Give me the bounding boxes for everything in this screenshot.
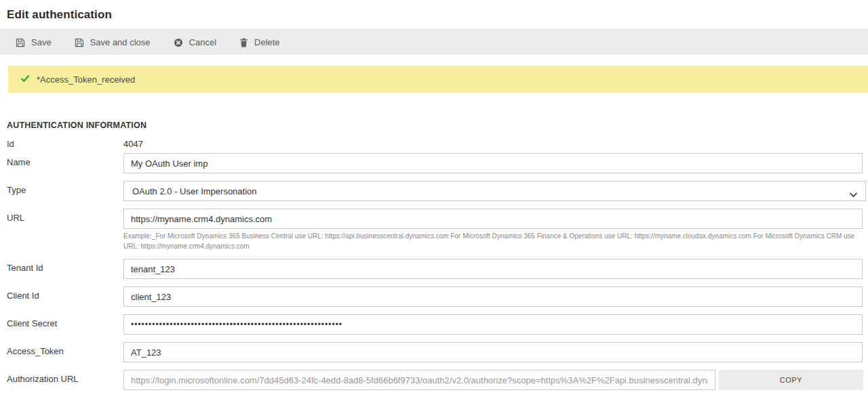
delete-icon	[239, 38, 248, 47]
save-and-close-button[interactable]: Save and close	[63, 30, 162, 55]
cancel-button[interactable]: Cancel	[162, 30, 228, 55]
delete-button-label: Delete	[254, 37, 280, 47]
type-select[interactable]: OAuth 2.0 - User Impersonation	[123, 181, 866, 201]
cancel-icon	[174, 38, 183, 47]
save-icon	[16, 38, 25, 47]
access-token-label: Access_Token	[7, 342, 123, 362]
name-row: Name	[7, 153, 868, 173]
url-help-text: Example:_For Microsoft Dynamics 365 Busi…	[123, 232, 861, 251]
checkmark-icon	[20, 74, 30, 85]
url-row: URL Example:_For Microsoft Dynamics 365 …	[7, 209, 868, 251]
type-label: Type	[7, 181, 123, 201]
tenant-id-label: Tenant Id	[7, 259, 123, 279]
authorization-url-row: Authorization URL COPY	[7, 370, 868, 390]
client-secret-input[interactable]	[123, 314, 863, 335]
id-value: 4047	[123, 139, 143, 149]
toolbar: Save Save and close Cancel	[0, 30, 868, 55]
name-input[interactable]	[123, 153, 863, 173]
authorization-url-label: Authorization URL	[7, 370, 123, 390]
tenant-id-input[interactable]	[123, 259, 863, 279]
save-icon	[75, 38, 84, 47]
authorization-url-input[interactable]	[123, 370, 715, 390]
client-secret-label: Client Secret	[7, 314, 123, 335]
access-token-input[interactable]	[123, 342, 863, 362]
authentication-form: AUTHENTICATION INFORMATION Id 4047 Name …	[0, 93, 868, 390]
save-button[interactable]: Save	[4, 30, 63, 55]
client-secret-row: Client Secret	[7, 314, 868, 335]
section-title: AUTHENTICATION INFORMATION	[7, 121, 868, 130]
access-token-row: Access_Token	[7, 342, 868, 362]
client-id-input[interactable]	[123, 287, 863, 307]
save-button-label: Save	[31, 37, 52, 47]
url-input[interactable]	[123, 209, 863, 229]
id-row: Id 4047	[7, 139, 868, 149]
page-title: Edit authentication	[7, 8, 861, 22]
client-id-label: Client Id	[7, 287, 123, 307]
page-header: Edit authentication	[0, 0, 868, 30]
copy-button[interactable]: COPY	[719, 370, 863, 390]
id-label: Id	[7, 139, 123, 149]
delete-button[interactable]: Delete	[228, 30, 292, 55]
name-label: Name	[7, 153, 123, 173]
type-row: Type OAuth 2.0 - User Impersonation	[7, 181, 868, 201]
notification-bar: *Access_Token_received	[8, 66, 868, 93]
tenant-id-row: Tenant Id	[7, 259, 868, 279]
cancel-button-label: Cancel	[189, 37, 216, 47]
save-and-close-button-label: Save and close	[90, 37, 151, 47]
notification-message: *Access_Token_received	[37, 75, 135, 85]
url-label: URL	[7, 209, 123, 251]
client-id-row: Client Id	[7, 287, 868, 307]
